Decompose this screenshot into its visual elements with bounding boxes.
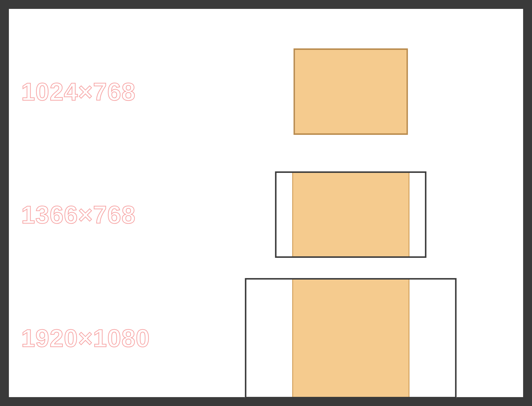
viewport-box-1366x768 bbox=[275, 171, 427, 258]
content-area-1366x768 bbox=[292, 173, 409, 256]
content-area-1920x1080 bbox=[292, 280, 409, 397]
resolution-label-1920x1080: 1920×1080 bbox=[21, 324, 150, 352]
resolution-row: 1920×1080 bbox=[9, 285, 523, 391]
resolution-row: 1366×768 bbox=[9, 162, 523, 268]
screen-rect-1920x1080 bbox=[245, 278, 457, 398]
screen-rect-1024x768 bbox=[294, 48, 408, 135]
resolution-label-1366x768: 1366×768 bbox=[21, 201, 136, 229]
diagram-canvas: 1024×768 ←1080px→ 1366×768 1920×1080 bbox=[9, 9, 523, 397]
resolution-row: 1024×768 ←1080px→ bbox=[9, 39, 523, 145]
viewport-box-1920x1080 bbox=[245, 278, 457, 398]
resolution-label-1024x768: 1024×768 bbox=[21, 78, 136, 106]
screen-rect-1366x768 bbox=[275, 171, 427, 258]
viewport-box-1024x768: ←1080px→ bbox=[294, 48, 408, 135]
content-area-1024x768 bbox=[295, 50, 407, 133]
